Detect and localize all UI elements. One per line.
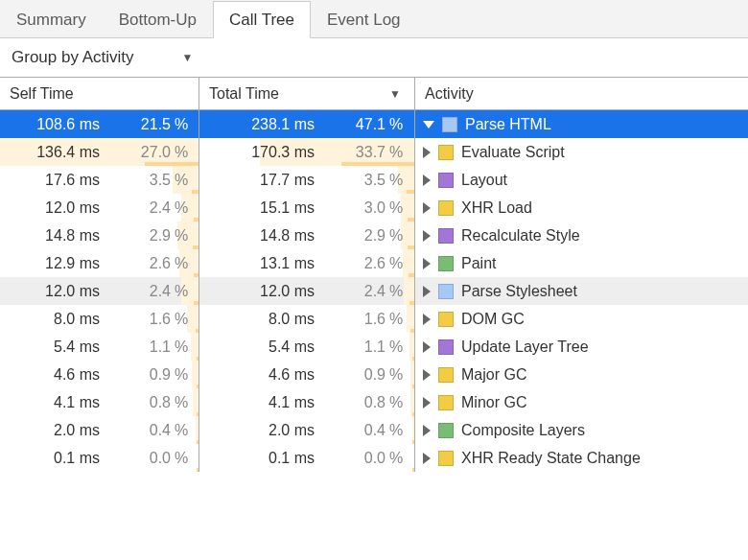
self-time-ms: 12.0 ms xyxy=(0,199,105,217)
total-time-pct: 33.7 xyxy=(320,144,389,161)
category-swatch xyxy=(438,200,454,216)
self-time-cell: 4.1 ms0.8% xyxy=(0,388,199,416)
total-time-ms: 5.4 ms xyxy=(199,338,320,356)
table-row[interactable]: 108.6 ms21.5%238.1 ms47.1%Parse HTML xyxy=(0,110,748,138)
table-row[interactable]: 12.9 ms2.6%13.1 ms2.6%Paint xyxy=(0,249,748,277)
table-header: Self Time Total Time ▼ Activity xyxy=(0,78,748,110)
disclosure-triangle-icon[interactable] xyxy=(423,425,431,436)
total-time-pct: 3.0 xyxy=(320,199,389,217)
column-header-activity[interactable]: Activity xyxy=(415,78,748,109)
column-header-self-time[interactable]: Self Time xyxy=(0,78,199,109)
disclosure-triangle-icon[interactable] xyxy=(423,258,431,269)
activity-cell: Parse HTML xyxy=(415,110,748,138)
self-time-pct: 0.9 xyxy=(105,366,175,384)
disclosure-triangle-icon[interactable] xyxy=(423,369,431,381)
total-time-pct: 2.9 xyxy=(320,227,389,245)
total-time-pct: 0.4 xyxy=(320,422,389,439)
self-time-cell: 8.0 ms1.6% xyxy=(0,305,199,333)
category-swatch xyxy=(438,173,454,188)
self-time-ms: 12.9 ms xyxy=(0,255,105,272)
self-time-cell: 4.6 ms0.9% xyxy=(0,361,199,388)
category-swatch xyxy=(438,284,454,299)
tab-bottom-up[interactable]: Bottom-Up xyxy=(103,1,213,38)
total-time-cell: 170.3 ms33.7% xyxy=(199,138,415,166)
self-time-cell: 0.1 ms0.0% xyxy=(0,444,199,472)
self-time-cell: 2.0 ms0.4% xyxy=(0,416,199,444)
table-row[interactable]: 12.0 ms2.4%12.0 ms2.4%Parse Stylesheet xyxy=(0,277,748,305)
self-time-cell: 12.0 ms2.4% xyxy=(0,277,199,305)
category-swatch xyxy=(438,339,454,355)
self-time-pct: 2.4 xyxy=(105,283,175,300)
self-time-ms: 136.4 ms xyxy=(0,144,105,161)
table-row[interactable]: 4.6 ms0.9%4.6 ms0.9%Major GC xyxy=(0,361,748,388)
table-row[interactable]: 136.4 ms27.0%170.3 ms33.7%Evaluate Scrip… xyxy=(0,138,748,166)
tab-call-tree[interactable]: Call Tree xyxy=(213,1,311,38)
total-time-ms: 17.7 ms xyxy=(199,172,320,189)
activity-cell: XHR Load xyxy=(415,194,748,222)
activity-cell: Recalculate Style xyxy=(415,222,748,249)
activity-label: Recalculate Style xyxy=(461,227,580,245)
total-time-cell: 5.4 ms1.1% xyxy=(199,333,415,361)
total-time-pct: 2.6 xyxy=(320,255,389,272)
total-time-pct: 2.4 xyxy=(320,283,389,300)
total-time-ms: 15.1 ms xyxy=(199,199,320,217)
disclosure-triangle-icon[interactable] xyxy=(423,147,431,158)
table-row[interactable]: 2.0 ms0.4%2.0 ms0.4%Composite Layers xyxy=(0,416,748,444)
category-swatch xyxy=(438,423,454,438)
disclosure-triangle-icon[interactable] xyxy=(423,286,431,297)
activity-label: DOM GC xyxy=(461,311,525,328)
total-time-ms: 2.0 ms xyxy=(199,422,320,439)
total-time-pct: 47.1 xyxy=(320,116,389,133)
self-time-ms: 8.0 ms xyxy=(0,311,105,328)
self-time-ms: 0.1 ms xyxy=(0,450,105,467)
activity-label: Paint xyxy=(461,255,496,272)
total-time-cell: 17.7 ms3.5% xyxy=(199,166,415,194)
category-swatch xyxy=(438,256,454,271)
grouping-dropdown[interactable]: Group by Activity ▼ xyxy=(12,48,193,67)
total-time-pct: 1.1 xyxy=(320,338,389,356)
sort-descending-icon: ▼ xyxy=(389,87,401,101)
total-time-cell: 13.1 ms2.6% xyxy=(199,249,415,277)
tab-summary[interactable]: Summary xyxy=(0,1,103,38)
activity-label: Parse Stylesheet xyxy=(461,283,577,300)
grouping-label: Group by Activity xyxy=(12,48,134,67)
total-time-ms: 14.8 ms xyxy=(199,227,320,245)
category-swatch xyxy=(438,145,454,160)
activity-cell: Major GC xyxy=(415,361,748,388)
column-header-total-time[interactable]: Total Time ▼ xyxy=(199,78,415,109)
total-time-ms: 12.0 ms xyxy=(199,283,320,300)
table-row[interactable]: 14.8 ms2.9%14.8 ms2.9%Recalculate Style xyxy=(0,222,748,249)
table-row[interactable]: 17.6 ms3.5%17.7 ms3.5%Layout xyxy=(0,166,748,194)
total-time-ms: 8.0 ms xyxy=(199,311,320,328)
activity-cell: DOM GC xyxy=(415,305,748,333)
total-time-ms: 4.6 ms xyxy=(199,366,320,384)
toolbar: Group by Activity ▼ xyxy=(0,38,748,77)
table-row[interactable]: 0.1 ms0.0%0.1 ms0.0%XHR Ready State Chan… xyxy=(0,444,748,472)
activity-label: Evaluate Script xyxy=(461,144,565,161)
disclosure-triangle-icon[interactable] xyxy=(423,341,431,353)
disclosure-triangle-icon[interactable] xyxy=(423,175,431,186)
disclosure-triangle-icon[interactable] xyxy=(423,397,431,408)
self-time-ms: 108.6 ms xyxy=(0,116,105,133)
disclosure-triangle-icon[interactable] xyxy=(423,202,431,214)
activity-label: Update Layer Tree xyxy=(461,338,589,356)
self-time-cell: 12.0 ms2.4% xyxy=(0,194,199,222)
disclosure-triangle-icon[interactable] xyxy=(423,121,434,128)
table-row[interactable]: 12.0 ms2.4%15.1 ms3.0%XHR Load xyxy=(0,194,748,222)
total-time-ms: 4.1 ms xyxy=(199,394,320,411)
self-time-ms: 14.8 ms xyxy=(0,227,105,245)
activity-cell: Paint xyxy=(415,249,748,277)
self-time-pct: 2.6 xyxy=(105,255,175,272)
activity-cell: Composite Layers xyxy=(415,416,748,444)
disclosure-triangle-icon[interactable] xyxy=(423,453,431,464)
total-time-cell: 15.1 ms3.0% xyxy=(199,194,415,222)
self-time-pct: 2.4 xyxy=(105,199,175,217)
table-row[interactable]: 4.1 ms0.8%4.1 ms0.8%Minor GC xyxy=(0,388,748,416)
disclosure-triangle-icon[interactable] xyxy=(423,230,431,242)
table-row[interactable]: 8.0 ms1.6%8.0 ms1.6%DOM GC xyxy=(0,305,748,333)
table-row[interactable]: 5.4 ms1.1%5.4 ms1.1%Update Layer Tree xyxy=(0,333,748,361)
tab-event-log[interactable]: Event Log xyxy=(311,1,417,38)
category-swatch xyxy=(438,228,454,244)
self-time-ms: 4.1 ms xyxy=(0,394,105,411)
disclosure-triangle-icon[interactable] xyxy=(423,314,431,325)
